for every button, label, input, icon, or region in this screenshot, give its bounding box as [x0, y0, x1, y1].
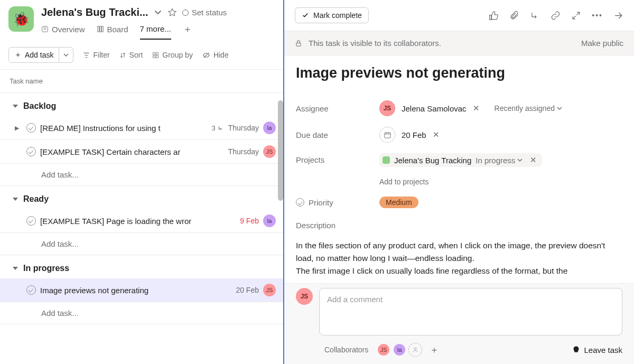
project-icon[interactable]: 🐞 — [8, 6, 34, 32]
chevron-down-icon[interactable] — [154, 8, 162, 17]
set-status-label: Set status — [192, 8, 227, 17]
tab-more[interactable]: 7 more... — [140, 24, 171, 40]
complete-checkbox[interactable] — [26, 123, 36, 133]
add-collaborator-placeholder[interactable] — [408, 343, 422, 357]
task-name: [EXAMPLE TASK] Certain characters ar — [40, 147, 224, 156]
svg-rect-1 — [97, 26, 99, 32]
assignee-avatar[interactable]: JS — [263, 145, 276, 158]
more-icon[interactable]: ••• — [592, 11, 603, 20]
add-to-projects-button[interactable]: Add to projects — [379, 178, 428, 186]
svg-rect-3 — [101, 26, 103, 32]
clear-assignee-button[interactable]: ✕ — [473, 104, 480, 113]
column-header-task-name: Task name — [0, 70, 283, 93]
task-row[interactable]: [EXAMPLE TASK] Certain characters ar Thu… — [0, 140, 283, 164]
assignee-avatar[interactable]: la — [263, 122, 276, 134]
caret-down-icon — [13, 198, 18, 201]
like-icon[interactable] — [489, 11, 499, 21]
priority-badge[interactable]: Medium — [379, 197, 418, 208]
calendar-icon[interactable] — [379, 127, 395, 143]
task-date: Thursday — [228, 147, 259, 156]
project-chip-name: Jelena's Bug Tracking — [394, 156, 471, 165]
attachment-icon[interactable] — [509, 11, 519, 21]
mark-complete-button[interactable]: Mark complete — [295, 7, 369, 23]
add-task-inline[interactable]: Add task... — [0, 233, 283, 255]
svg-rect-4 — [153, 52, 155, 54]
assignee-avatar[interactable]: JS — [263, 284, 276, 296]
add-collaborator-button[interactable]: ＋ — [430, 343, 439, 356]
section-header-in-progress[interactable]: In progress — [0, 255, 283, 278]
priority-field-icon — [296, 198, 304, 207]
add-task-button[interactable]: ＋ Add task — [8, 47, 59, 63]
group-by-button[interactable]: Group by — [152, 51, 193, 59]
svg-rect-2 — [99, 26, 101, 32]
expand-icon[interactable] — [571, 11, 581, 21]
remove-project-button[interactable]: ✕ — [530, 155, 537, 165]
svg-rect-9 — [384, 133, 390, 138]
project-title[interactable]: Jelena's Bug Tracki... — [41, 6, 148, 18]
make-public-button[interactable]: Make public — [581, 39, 623, 48]
assignee-avatar[interactable]: JS — [379, 100, 395, 116]
priority-label: Priority — [296, 198, 379, 207]
task-date: Thursday — [228, 124, 259, 132]
star-icon[interactable] — [167, 8, 177, 17]
add-task-caret[interactable] — [59, 47, 73, 63]
clear-due-date-button[interactable]: ✕ — [433, 130, 440, 139]
sort-button[interactable]: Sort — [119, 51, 143, 59]
collaborators-label: Collaborators — [324, 346, 368, 354]
task-row[interactable]: ▶ [READ ME] Instructions for using t 3 T… — [0, 116, 283, 140]
tab-board[interactable]: Board — [97, 25, 128, 39]
svg-rect-7 — [156, 55, 158, 58]
set-status-button[interactable]: Set status — [182, 8, 227, 17]
description-label: Description — [296, 221, 622, 230]
lock-icon — [295, 40, 302, 47]
add-task-inline[interactable]: Add task... — [0, 302, 283, 324]
leave-task-button[interactable]: Leave task — [572, 346, 622, 354]
hide-button[interactable]: Hide — [202, 51, 229, 59]
subtask-icon[interactable] — [530, 11, 540, 21]
due-date-value[interactable]: 20 Feb — [402, 130, 426, 139]
section-header-ready[interactable]: Ready — [0, 186, 283, 209]
description-text[interactable]: In the files section of any product card… — [296, 239, 622, 277]
svg-rect-6 — [153, 55, 155, 58]
projects-label: Projects — [296, 153, 379, 164]
project-chip[interactable]: Jelena's Bug Tracking In progress ✕ — [379, 153, 542, 167]
visibility-message: This task is visible to its collaborator… — [309, 39, 441, 48]
tab-overview[interactable]: Overview — [41, 25, 85, 39]
task-date: 9 Feb — [240, 217, 259, 225]
complete-checkbox[interactable] — [26, 216, 36, 226]
subtask-count: 3 — [211, 124, 223, 132]
task-row[interactable]: Image previews not generating 20 Feb JS — [0, 278, 283, 302]
collaborator-avatar[interactable]: la — [393, 343, 406, 357]
task-row[interactable]: [EXAMPLE TASK] Page is loading the wror … — [0, 209, 283, 233]
caret-down-icon — [13, 267, 18, 270]
assignee-name: Jelena Samolovac — [402, 104, 467, 113]
caret-down-icon — [13, 105, 18, 108]
comment-input[interactable]: Add a comment — [319, 288, 622, 335]
task-name: [READ ME] Instructions for using t — [40, 124, 207, 133]
expand-icon[interactable]: ▶ — [15, 125, 22, 132]
svg-rect-5 — [156, 52, 158, 54]
section-header-backlog[interactable]: Backlog — [0, 93, 283, 116]
svg-rect-8 — [296, 43, 301, 46]
current-user-avatar: JS — [296, 288, 313, 305]
link-icon[interactable] — [551, 11, 561, 21]
add-tab-button[interactable]: ＋ — [183, 23, 192, 41]
assignee-label: Assignee — [296, 104, 379, 113]
assignee-section-dropdown[interactable]: Recently assigned — [495, 104, 562, 113]
filter-button[interactable]: Filter — [83, 51, 109, 59]
add-task-inline[interactable]: Add task... — [0, 164, 283, 186]
complete-checkbox[interactable] — [26, 147, 36, 156]
task-name: Image previews not generating — [40, 286, 231, 295]
due-date-label: Due date — [296, 130, 379, 139]
task-name: [EXAMPLE TASK] Page is loading the wror — [40, 217, 236, 226]
task-title[interactable]: Image previews not generating — [296, 65, 622, 81]
complete-checkbox[interactable] — [26, 285, 36, 295]
collaborator-avatar[interactable]: JS — [377, 343, 390, 357]
project-section-dropdown[interactable]: In progress — [476, 156, 523, 165]
svg-point-10 — [414, 348, 416, 350]
task-date: 20 Feb — [236, 286, 259, 294]
close-panel-icon[interactable] — [613, 11, 623, 21]
assignee-avatar[interactable]: la — [263, 214, 276, 227]
project-color-icon — [383, 156, 390, 164]
scrollbar[interactable] — [278, 100, 283, 201]
